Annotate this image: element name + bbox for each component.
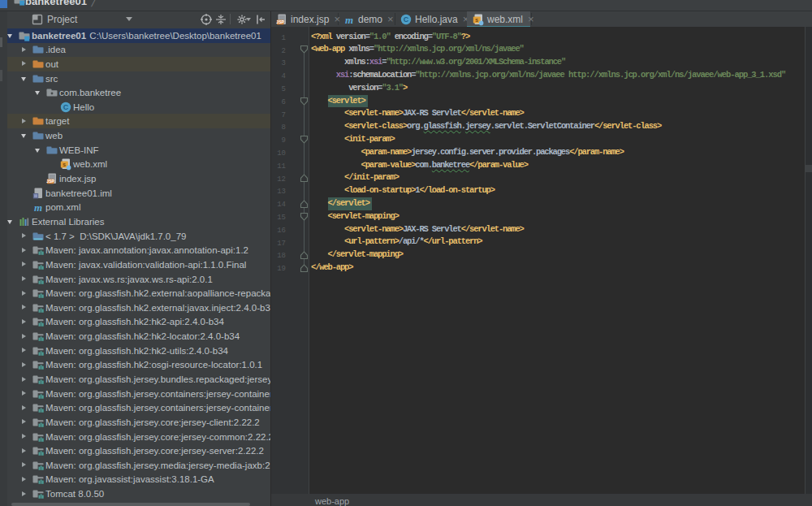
svg-text:C: C — [404, 15, 409, 24]
svg-text:m: m — [34, 201, 42, 214]
svg-text:s: s — [475, 17, 478, 24]
svg-text:C: C — [63, 103, 69, 111]
svg-text:m: m — [345, 13, 353, 25]
svg-text:JSP: JSP — [46, 179, 54, 184]
svg-text:s: s — [63, 162, 66, 168]
svg-text:JSP: JSP — [276, 19, 284, 24]
